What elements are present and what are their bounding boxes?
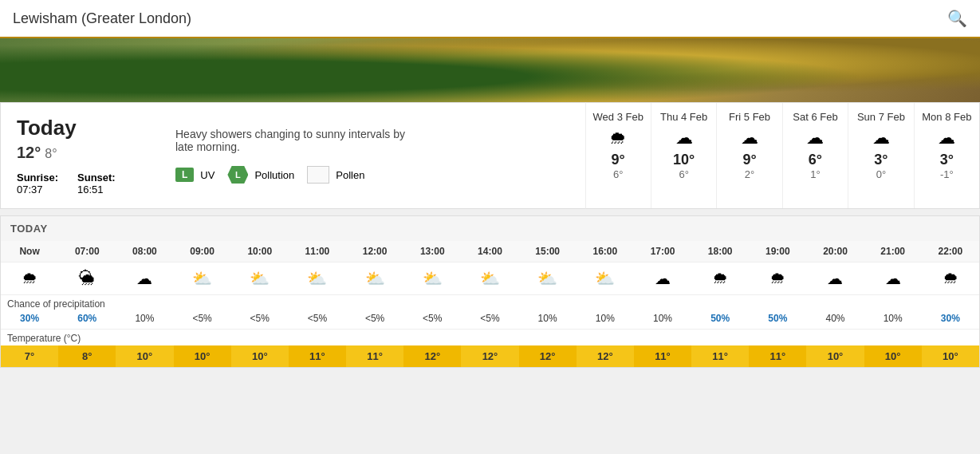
precip-section-label: Chance of precipitation <box>1 294 979 311</box>
precip-cell: 50% <box>691 313 749 324</box>
hour-cell: 22:00 <box>922 241 979 262</box>
hour-cell: 09:00 <box>174 241 231 262</box>
temp-cell: 11° <box>289 345 346 367</box>
search-button[interactable]: 🔍 <box>947 9 967 28</box>
pollen-indicator: Pollen <box>307 166 364 184</box>
precip-cell: 10% <box>116 313 173 324</box>
forecast-day: Thu 4 Feb ☁ 10° 6° <box>651 103 716 208</box>
day-icon: ☁ <box>855 128 907 148</box>
day-high: 3° <box>855 152 907 168</box>
day-name: Mon 8 Feb <box>921 111 973 123</box>
sun-row: Sunrise: 07:37 Sunset: 16:51 <box>17 172 144 195</box>
day-name: Thu 4 Feb <box>658 111 710 123</box>
today-temps: 12° 8° <box>17 144 144 162</box>
precip-row: 30%60%10%<5%<5%<5%<5%<5%<5%10%10%10%50%5… <box>1 311 979 329</box>
weather-icon-cell: 🌧 <box>691 266 749 291</box>
hour-cell: 15:00 <box>519 241 577 262</box>
hour-cell: 13:00 <box>403 241 461 262</box>
temp-cell: 12° <box>577 345 634 367</box>
precip-cell: <5% <box>231 313 289 324</box>
day-low: 6° <box>592 168 644 180</box>
weather-icon-cell: ⛅ <box>519 266 577 291</box>
precip-cell: <5% <box>461 313 518 324</box>
precip-cell: 10% <box>864 313 922 324</box>
precip-cell: 30% <box>922 313 979 324</box>
day-high: 6° <box>789 152 841 168</box>
weather-icon-cell: ☁ <box>806 266 864 291</box>
temp-cell: 12° <box>461 345 518 367</box>
hour-cell: Now <box>1 241 58 262</box>
weather-icon-cell: 🌧 <box>749 266 806 291</box>
pollen-box <box>307 166 329 184</box>
precip-cell: 60% <box>58 313 116 324</box>
forecast-day: Wed 3 Feb 🌧 9° 6° <box>586 103 651 208</box>
temp-cell: 11° <box>691 345 749 367</box>
forecast-day: Sun 7 Feb ☁ 3° 0° <box>848 103 913 208</box>
day-name: Wed 3 Feb <box>592 111 644 123</box>
precip-cell: <5% <box>346 313 403 324</box>
hourly-table: Now07:0008:0009:0010:0011:0012:0013:0014… <box>1 241 979 367</box>
search-input[interactable] <box>13 10 947 27</box>
today-low: 8° <box>45 147 57 160</box>
today-high: 12° <box>17 144 41 161</box>
temp-cell: 10° <box>922 345 979 367</box>
day-low: 6° <box>658 168 710 180</box>
search-bar: 🔍 <box>0 0 980 38</box>
hours-row: Now07:0008:0009:0010:0011:0012:0013:0014… <box>1 241 979 263</box>
sunrise-block: Sunrise: 07:37 <box>17 172 58 195</box>
hourly-scroll[interactable]: Now07:0008:0009:0010:0011:0012:0013:0014… <box>1 241 979 367</box>
day-icon: ☁ <box>723 128 775 148</box>
forecast-day: Sat 6 Feb ☁ 6° 1° <box>782 103 848 208</box>
hour-cell: 19:00 <box>749 241 806 262</box>
weather-icon-cell: ☁ <box>116 266 173 291</box>
weather-icon-cell: ⛅ <box>577 266 634 291</box>
day-name: Sat 6 Feb <box>789 111 841 123</box>
weather-icon-cell: 🌦 <box>58 266 116 291</box>
day-name: Fri 5 Feb <box>723 111 775 123</box>
weather-icon-cell: ☁ <box>634 266 691 291</box>
precip-cell: 40% <box>806 313 864 324</box>
weather-icon-cell: 🌧 <box>922 266 979 291</box>
temp-cell: 10° <box>864 345 922 367</box>
weather-icon-cell: ⛅ <box>231 266 289 291</box>
uv-indicator: L UV <box>175 168 214 182</box>
uv-label: UV <box>200 169 214 181</box>
hour-cell: 10:00 <box>231 241 289 262</box>
day-icon: 🌧 <box>592 128 644 148</box>
weather-icon-cell: ⛅ <box>461 266 518 291</box>
day-low: -1° <box>921 168 973 180</box>
forecast-day: Fri 5 Feb ☁ 9° 2° <box>716 103 781 208</box>
temp-cell: 11° <box>749 345 806 367</box>
day-high: 9° <box>592 152 644 168</box>
sunrise-time: 07:37 <box>17 184 43 195</box>
temp-cell: 11° <box>346 345 403 367</box>
temp-cell: 10° <box>231 345 289 367</box>
weather-icon-cell: ⛅ <box>174 266 231 291</box>
forecast-days: Wed 3 Feb 🌧 9° 6° Thu 4 Feb ☁ 10° 6° Fri… <box>586 102 981 209</box>
hero-image <box>0 38 980 102</box>
hour-cell: 21:00 <box>864 241 922 262</box>
pollution-label: Pollution <box>254 169 294 181</box>
hourly-today-label: TODAY <box>1 216 979 241</box>
day-low: 2° <box>723 168 775 180</box>
today-middle: Heavy showers changing to sunny interval… <box>159 102 586 209</box>
sunset-label: Sunset: <box>77 172 116 184</box>
weather-icon-cell: 🌧 <box>1 266 58 291</box>
precip-cell: <5% <box>289 313 346 324</box>
weather-panel: Today 12° 8° Sunrise: 07:37 Sunset: 16:5… <box>0 102 980 209</box>
weather-icon-cell: ⛅ <box>403 266 461 291</box>
pollution-indicator: L Pollution <box>227 166 294 184</box>
hourly-section: TODAY Now07:0008:0009:0010:0011:0012:001… <box>0 215 980 368</box>
indicators: L UV L Pollution Pollen <box>175 166 569 184</box>
temp-cell: 10° <box>806 345 864 367</box>
today-title: Today <box>17 116 144 140</box>
day-icon: ☁ <box>658 128 710 148</box>
sunrise-label: Sunrise: <box>17 172 58 184</box>
day-low: 0° <box>855 168 907 180</box>
hour-cell: 17:00 <box>634 241 691 262</box>
today-left: Today 12° 8° Sunrise: 07:37 Sunset: 16:5… <box>0 102 159 209</box>
precip-cell: 10% <box>577 313 634 324</box>
temp-row: 7°8°10°10°10°11°11°12°12°12°12°11°11°11°… <box>1 345 979 367</box>
temp-cell: 12° <box>403 345 461 367</box>
precip-cell: 10% <box>634 313 691 324</box>
